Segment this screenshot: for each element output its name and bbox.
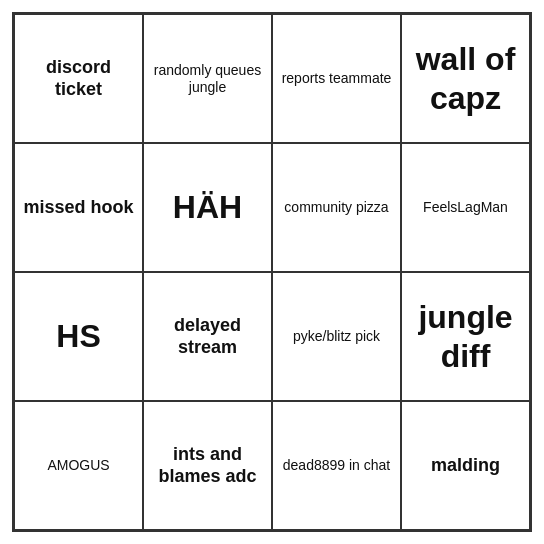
cell-text-r2c2: pyke/blitz pick bbox=[293, 328, 380, 345]
cell-r2c2: pyke/blitz pick bbox=[272, 272, 401, 401]
cell-r3c2: dead8899 in chat bbox=[272, 401, 401, 530]
cell-r0c1: randomly queues jungle bbox=[143, 14, 272, 143]
cell-r2c0: HS bbox=[14, 272, 143, 401]
cell-r0c3: wall of capz bbox=[401, 14, 530, 143]
cell-text-r0c3: wall of capz bbox=[408, 40, 523, 117]
cell-text-r1c0: missed hook bbox=[23, 197, 133, 219]
cell-text-r1c2: community pizza bbox=[284, 199, 388, 216]
cell-r3c0: AMOGUS bbox=[14, 401, 143, 530]
cell-text-r2c1: delayed stream bbox=[150, 315, 265, 358]
cell-text-r1c1: HÄH bbox=[173, 188, 242, 226]
cell-r2c1: delayed stream bbox=[143, 272, 272, 401]
cell-r1c3: FeelsLagMan bbox=[401, 143, 530, 272]
bingo-board: discord ticketrandomly queues junglerepo… bbox=[12, 12, 532, 532]
cell-text-r2c0: HS bbox=[56, 317, 100, 355]
cell-text-r3c3: malding bbox=[431, 455, 500, 477]
cell-r0c0: discord ticket bbox=[14, 14, 143, 143]
cell-r1c0: missed hook bbox=[14, 143, 143, 272]
cell-text-r3c1: ints and blames adc bbox=[150, 444, 265, 487]
cell-r3c3: malding bbox=[401, 401, 530, 530]
cell-r2c3: jungle diff bbox=[401, 272, 530, 401]
cell-text-r3c2: dead8899 in chat bbox=[283, 457, 390, 474]
cell-r1c2: community pizza bbox=[272, 143, 401, 272]
cell-text-r2c3: jungle diff bbox=[408, 298, 523, 375]
cell-r1c1: HÄH bbox=[143, 143, 272, 272]
cell-r0c2: reports teammate bbox=[272, 14, 401, 143]
cell-r3c1: ints and blames adc bbox=[143, 401, 272, 530]
cell-text-r3c0: AMOGUS bbox=[47, 457, 109, 474]
cell-text-r0c1: randomly queues jungle bbox=[150, 62, 265, 96]
cell-text-r1c3: FeelsLagMan bbox=[423, 199, 508, 216]
cell-text-r0c0: discord ticket bbox=[21, 57, 136, 100]
cell-text-r0c2: reports teammate bbox=[282, 70, 392, 87]
